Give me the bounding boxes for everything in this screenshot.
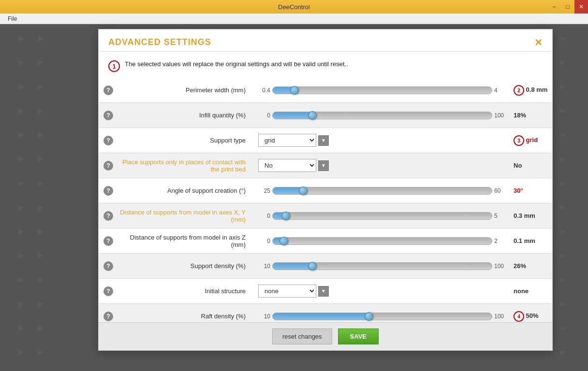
svg-text:►: ► xyxy=(36,106,45,115)
dropdown-arrow-initial-structure[interactable]: ▼ xyxy=(318,286,329,297)
help-icon-place-supports[interactable]: ? xyxy=(103,161,113,171)
slider-container-dist-xy: 05 xyxy=(258,212,509,220)
help-icon-dist-xy[interactable]: ? xyxy=(103,211,113,221)
settings-row-raft-density: ?Raft density (%)101004 50% xyxy=(99,304,552,322)
help-icon-initial-structure[interactable]: ? xyxy=(103,286,113,296)
slider-thumb-dist-xy[interactable] xyxy=(281,212,290,220)
svg-text:►: ► xyxy=(36,251,45,260)
maximize-button[interactable]: □ xyxy=(561,0,574,14)
slider-min-infill-quantity: 0 xyxy=(258,112,270,119)
row-value-infill-quantity: 18% xyxy=(514,112,552,119)
help-icon-perimeter-width[interactable]: ? xyxy=(103,86,113,95)
close-button[interactable]: ✕ xyxy=(574,0,588,14)
row-label-raft-density: Raft density (%) xyxy=(118,313,253,320)
row-label-perimeter-width: Perimeter width (mm) xyxy=(118,86,253,94)
dropdown-select-support-type[interactable]: gridlinearnone xyxy=(258,134,316,147)
row-control-dist-z: 02 xyxy=(253,237,514,245)
row-value-dist-xy: 0.3 mm xyxy=(514,212,552,219)
slider-container-infill-quantity: 0100 xyxy=(258,112,509,119)
slider-container-perimeter-width: 0.44 xyxy=(258,86,509,94)
svg-text:►: ► xyxy=(17,202,26,212)
help-cell-support-type: ? xyxy=(99,136,118,145)
title-bar: DeeControl − □ ✕ xyxy=(0,0,588,14)
row-label-initial-structure: Initial structure xyxy=(118,287,253,295)
svg-text:►: ► xyxy=(17,130,26,140)
help-icon-support-density[interactable]: ? xyxy=(103,261,113,271)
slider-thumb-raft-density[interactable] xyxy=(365,312,373,321)
help-cell-dist-xy: ? xyxy=(99,211,118,221)
slider-track-dist-xy[interactable] xyxy=(272,212,492,220)
dropdown-container-support-type: gridlinearnone▼ xyxy=(258,134,329,147)
menu-file[interactable]: File xyxy=(4,14,21,23)
row-value-support-type: 3 grid xyxy=(514,135,552,146)
svg-text:►: ► xyxy=(17,275,26,285)
slider-track-infill-quantity[interactable] xyxy=(272,112,492,119)
slider-container-raft-density: 10100 xyxy=(258,313,509,320)
settings-list: ?Perimeter width (mm)0.442 0.8 mm?Infill… xyxy=(99,78,552,322)
help-icon-raft-density[interactable]: ? xyxy=(103,312,113,321)
slider-max-support-density: 100 xyxy=(494,263,509,270)
dialog-scroll-content[interactable]: 1 The selected values will replace the o… xyxy=(99,52,552,322)
help-icon-support-type[interactable]: ? xyxy=(103,136,113,145)
svg-text:►: ► xyxy=(36,227,45,236)
slider-thumb-infill-quantity[interactable] xyxy=(308,111,317,120)
help-icon-angle-support[interactable]: ? xyxy=(103,186,113,196)
svg-text:►: ► xyxy=(36,202,45,212)
row-label-dist-xy: Distance of supports from model in axes … xyxy=(118,209,253,223)
row-control-support-type: gridlinearnone▼ xyxy=(253,134,514,147)
dropdown-select-initial-structure[interactable]: noneraftskirtbrim xyxy=(258,285,316,298)
save-button[interactable]: SAVE xyxy=(338,328,379,344)
svg-text:►: ► xyxy=(36,347,45,357)
advanced-settings-dialog: ADVANCED SETTINGS ✕ 1 The selected value… xyxy=(98,29,553,351)
slider-fill-infill-quantity xyxy=(273,112,312,119)
svg-text:►: ► xyxy=(17,299,26,309)
slider-thumb-dist-z[interactable] xyxy=(279,237,288,245)
slider-track-dist-z[interactable] xyxy=(272,237,492,245)
slider-track-perimeter-width[interactable] xyxy=(272,86,492,94)
svg-text:►: ► xyxy=(36,82,45,91)
svg-text:►: ► xyxy=(36,33,45,43)
settings-row-dist-z: ?Distance of supports from model in axis… xyxy=(99,228,552,254)
row-label-support-density: Support density (%) xyxy=(118,262,253,270)
slider-track-support-density[interactable] xyxy=(272,262,492,270)
slider-max-perimeter-width: 4 xyxy=(494,87,509,94)
row-value-support-density: 26% xyxy=(514,262,552,270)
help-icon-infill-quantity[interactable]: ? xyxy=(103,111,113,120)
step-badge-1: 1 xyxy=(108,60,120,72)
dialog-close-button[interactable]: ✕ xyxy=(534,38,543,47)
settings-row-dist-xy: ?Distance of supports from model in axes… xyxy=(99,203,552,228)
slider-thumb-angle-support[interactable] xyxy=(299,186,308,195)
svg-text:►: ► xyxy=(17,82,26,91)
settings-row-perimeter-width: ?Perimeter width (mm)0.442 0.8 mm xyxy=(99,78,552,103)
dropdown-arrow-place-supports[interactable]: ▼ xyxy=(318,160,329,171)
slider-fill-raft-density xyxy=(273,313,369,320)
svg-text:►: ► xyxy=(36,57,45,67)
slider-fill-support-density xyxy=(273,263,312,270)
row-control-infill-quantity: 0100 xyxy=(253,112,514,119)
slider-track-angle-support[interactable] xyxy=(272,187,492,195)
reset-changes-button[interactable]: reset changes xyxy=(272,328,332,344)
row-control-perimeter-width: 0.44 xyxy=(253,86,514,94)
help-icon-dist-z[interactable]: ? xyxy=(103,236,113,246)
row-control-place-supports: NoYes▼ xyxy=(253,159,514,172)
settings-row-angle-support: ?Angle of support creation (°)256030° xyxy=(99,178,552,203)
svg-text:►: ► xyxy=(36,178,45,188)
slider-thumb-support-density[interactable] xyxy=(308,262,317,271)
menu-bar: File xyxy=(0,14,588,24)
dropdown-arrow-support-type[interactable]: ▼ xyxy=(318,135,329,146)
callout-badge-3: 3 xyxy=(514,135,524,146)
help-cell-dist-z: ? xyxy=(99,236,118,246)
slider-thumb-perimeter-width[interactable] xyxy=(290,86,299,95)
slider-container-angle-support: 2560 xyxy=(258,187,509,195)
row-control-initial-structure: noneraftskirtbrim▼ xyxy=(253,285,514,298)
dropdown-select-place-supports[interactable]: NoYes xyxy=(258,159,316,172)
app-title: DeeControl xyxy=(278,3,310,11)
slider-max-dist-xy: 5 xyxy=(494,213,509,219)
slider-track-raft-density[interactable] xyxy=(272,313,492,320)
help-cell-perimeter-width: ? xyxy=(99,86,118,95)
svg-text:►: ► xyxy=(17,178,26,188)
callout-badge-4: 4 xyxy=(514,311,524,322)
slider-min-angle-support: 25 xyxy=(258,187,270,194)
callout-badge-2: 2 xyxy=(514,85,524,96)
minimize-button[interactable]: − xyxy=(547,0,561,14)
